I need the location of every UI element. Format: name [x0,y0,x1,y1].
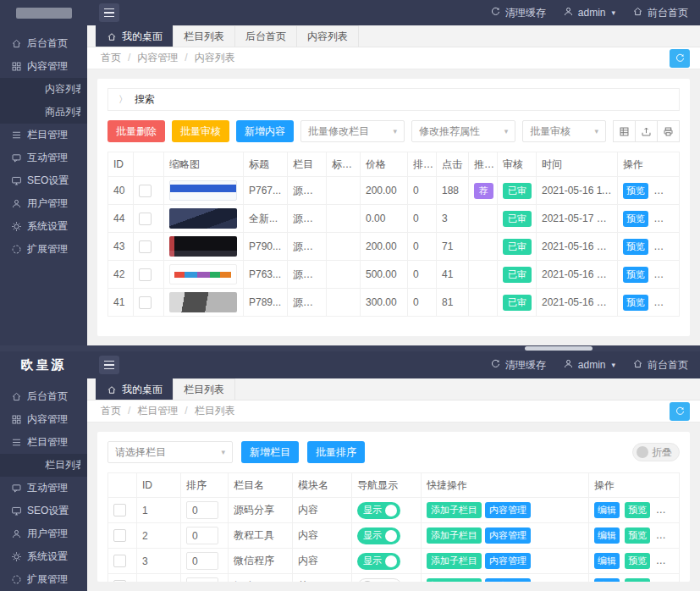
edit-button[interactable]: 编辑 [594,502,620,518]
column-header[interactable] [108,473,137,498]
menu-toggle-button[interactable] [99,3,119,22]
preview-button[interactable]: 预览 [623,183,648,199]
row-title[interactable]: P763... [244,261,288,289]
sidebar-item[interactable]: 内容管理 › [0,55,87,78]
user-menu[interactable]: admin ▾ [563,358,615,372]
row-checkbox[interactable] [139,296,152,309]
sort-input[interactable] [186,501,218,519]
column-name[interactable]: 投稿 [229,574,293,583]
sort-input[interactable] [186,552,218,570]
row-title[interactable]: P767... [244,177,288,205]
tab[interactable]: 后台首页 × [234,25,297,47]
column-header[interactable]: 排序 [408,152,437,177]
sidebar-item[interactable]: 互动管理 › [0,477,87,500]
column-header[interactable]: ID [108,152,134,177]
sidebar-item[interactable]: 用户管理 › [0,192,87,215]
column-header[interactable]: 推荐 [469,152,498,177]
add-content-button[interactable]: 新增内容 [236,120,294,142]
column-header[interactable]: 点击 [437,152,469,177]
edit-button[interactable]: 编辑 [594,578,620,582]
breadcrumb-item[interactable]: 内容列表 [178,51,234,65]
clear-cache-button[interactable]: 清理缓存 [490,6,546,20]
quick-action-button[interactable]: 内容管理 [485,553,531,569]
export-icon[interactable] [635,120,658,142]
sidebar-item[interactable]: 栏目列表 › [0,454,87,477]
nav-visible-toggle[interactable]: 显示 [357,527,400,544]
row-checkbox[interactable] [113,504,126,516]
row-title[interactable]: P789... [244,289,288,317]
column-header[interactable]: 缩略图 [164,152,244,177]
row-checkbox[interactable] [113,555,126,567]
preview-button[interactable]: 预览 [623,211,648,227]
quick-action-button[interactable]: 添加子栏目 [427,502,482,518]
thumbnail[interactable] [169,208,237,229]
sidebar-item[interactable]: 扩展管理 › [0,568,87,591]
delete-button[interactable]: 删除 [656,553,680,569]
edit-button[interactable]: 编辑 [653,295,679,311]
column-header[interactable]: 快捷操作 [422,473,589,498]
sidebar-item[interactable]: 系统设置 › [0,545,87,568]
edit-button[interactable]: 编辑 [653,239,679,255]
scrollbar-thumb[interactable] [525,346,593,351]
batch-column-select[interactable]: 批量修改栏目 ▾ [300,120,405,142]
row-title[interactable]: 全新... [244,205,288,233]
column-header[interactable]: 排序 [181,473,229,498]
row-checkbox[interactable] [139,185,152,197]
quick-action-button[interactable]: 新增文章 [534,502,580,518]
column-header[interactable]: 标签... [327,152,361,177]
delete-button[interactable]: 删除 [656,578,680,582]
thumbnail[interactable] [169,264,237,284]
sidebar-item[interactable]: 栏目管理 › [0,124,87,146]
batch-audit-button[interactable]: 批量审核 [172,120,229,142]
column-header[interactable]: 模块名 [293,473,352,498]
menu-toggle-button[interactable] [99,356,119,374]
column-name[interactable]: 教程工具 [229,523,293,549]
batch-sort-button[interactable]: 批量排序 [307,441,365,463]
sidebar-item[interactable]: SEO设置 › [0,500,87,522]
edit-button[interactable]: 编辑 [653,267,679,283]
nav-visible-toggle[interactable]: 显示 [357,502,400,519]
column-header[interactable]: 操作 [589,473,680,498]
collapse-toggle[interactable]: 折叠 [632,443,680,461]
preview-button[interactable]: 预览 [625,578,650,582]
sidebar-item[interactable]: 系统设置 › [0,215,87,238]
tab[interactable]: 栏目列表 × [173,25,235,47]
sidebar-item[interactable]: 后台首页 › [0,385,87,408]
sidebar-item[interactable]: 后台首页 › [0,32,87,55]
sidebar-item[interactable]: 商品列表 › [0,101,87,124]
breadcrumb-item[interactable]: 首页 [101,51,121,65]
row-checkbox[interactable] [139,268,152,281]
sort-input[interactable] [186,527,218,544]
thumbnail[interactable] [169,292,237,312]
breadcrumb-item[interactable]: 内容管理 [121,51,178,65]
quick-action-button[interactable]: 新增文章 [534,527,580,544]
edit-button[interactable]: 编辑 [594,527,620,544]
row-checkbox[interactable] [113,529,126,542]
edit-button[interactable]: 编辑 [653,183,679,199]
preview-button[interactable]: 预览 [625,502,650,518]
delete-button[interactable]: 删除 [656,527,680,544]
column-header[interactable]: 价格 [361,152,408,177]
sidebar-item[interactable]: 内容管理 › [0,408,87,431]
edit-button[interactable]: 编辑 [653,211,679,227]
quick-action-button[interactable]: 内容管理 [485,578,531,582]
sort-input[interactable] [186,577,218,582]
tab[interactable]: 我的桌面 × [96,25,174,47]
refresh-page-button[interactable] [670,402,690,421]
sidebar-item[interactable]: 用户管理 › [0,522,87,545]
column-header[interactable] [134,152,164,177]
quick-action-button[interactable]: 添加子栏目 [427,578,482,582]
preview-button[interactable]: 预览 [625,553,650,569]
row-checkbox[interactable] [139,240,152,253]
add-column-button[interactable]: 新增栏目 [241,441,299,463]
column-header[interactable]: 标题 [244,152,288,177]
batch-delete-button[interactable]: 批量删除 [107,120,165,142]
column-header[interactable]: ID [137,473,181,498]
row-checkbox[interactable] [113,580,126,582]
clear-cache-button[interactable]: 清理缓存 [490,358,546,373]
print-icon[interactable] [657,120,680,142]
column-select[interactable]: 请选择栏目 ▾ [107,441,233,463]
refresh-page-button[interactable] [670,49,690,68]
sidebar-item[interactable]: 栏目管理 › [0,431,87,454]
thumbnail[interactable] [169,236,237,257]
